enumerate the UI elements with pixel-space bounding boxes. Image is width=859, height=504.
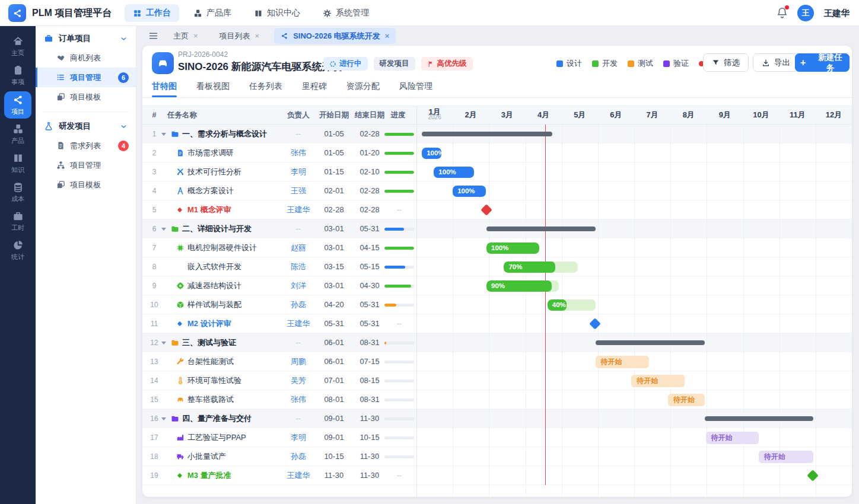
task-row[interactable]: 1一、需求分析与概念设计--01-0502-28 bbox=[142, 125, 852, 143]
task-owner-link[interactable]: 张伟 bbox=[281, 143, 316, 162]
task-owner-link[interactable]: 赵丽 bbox=[281, 238, 316, 257]
task-row[interactable]: 12三、测试与验证--06-0108-31 bbox=[142, 333, 852, 352]
milestone-diamond[interactable] bbox=[589, 318, 601, 330]
milestone-diamond[interactable] bbox=[807, 470, 819, 481]
rail-item-知识[interactable]: 知识 bbox=[2, 149, 33, 178]
export-button[interactable]: 导出 bbox=[753, 53, 799, 72]
menu-section-研发项目[interactable]: 研发项目 bbox=[36, 117, 136, 136]
rail-item-产品[interactable]: 产品 bbox=[2, 120, 33, 149]
task-owner-link[interactable]: 王建华 bbox=[281, 200, 316, 219]
gantt-bar[interactable]: 100% bbox=[486, 243, 539, 254]
view-tab-风险管理[interactable]: 风险管理 bbox=[399, 76, 432, 97]
task-owner-link[interactable]: 王建华 bbox=[281, 314, 316, 333]
task-owner-link[interactable]: 王建华 bbox=[281, 466, 316, 485]
task-owner-link[interactable]: 王强 bbox=[281, 181, 316, 200]
pending-bar[interactable]: 待开始 bbox=[759, 451, 813, 463]
task-owner-link[interactable]: 李明 bbox=[281, 428, 316, 447]
menu-item-项目模板[interactable]: 项目模板 bbox=[36, 175, 136, 194]
menu-item-项目模板[interactable]: 项目模板 bbox=[36, 87, 136, 107]
task-owner-link[interactable]: 刘洋 bbox=[281, 276, 316, 295]
menu-item-需求列表[interactable]: 需求列表4 bbox=[36, 136, 136, 155]
task-row[interactable]: 8undefined嵌入式软件开发陈浩03-1505-1570% bbox=[142, 257, 852, 276]
summary-bar[interactable] bbox=[486, 227, 596, 231]
task-owner-link[interactable]: 孙磊 bbox=[281, 447, 316, 466]
gantt-bar[interactable]: 70% bbox=[504, 261, 577, 273]
task-row[interactable]: 3技术可行性分析李明01-1502-10100% bbox=[142, 162, 852, 181]
page-tab-项目列表[interactable]: 项目列表× bbox=[213, 28, 266, 44]
summary-bar[interactable] bbox=[705, 416, 813, 421]
summary-bar[interactable] bbox=[422, 132, 552, 136]
view-tab-甘特图[interactable]: 甘特图 bbox=[152, 76, 177, 97]
view-tab-任务列表[interactable]: 任务列表 bbox=[249, 76, 282, 97]
task-row[interactable]: 10样件试制与装配孙磊04-2005-3140% bbox=[142, 295, 852, 314]
task-row[interactable]: 4概念方案设计王强02-0102-28100% bbox=[142, 181, 852, 200]
chevron-down-icon[interactable] bbox=[120, 35, 128, 43]
task-row[interactable]: 11M2 设计评审王建华05-3105-31-- bbox=[142, 314, 852, 333]
chevron-down-icon[interactable] bbox=[120, 123, 128, 130]
rail-item-统计[interactable]: 统计 bbox=[2, 236, 33, 265]
view-tab-里程碑[interactable]: 里程碑 bbox=[302, 76, 327, 97]
pending-bar[interactable]: 待开始 bbox=[596, 356, 650, 368]
close-tab-icon[interactable]: × bbox=[255, 32, 260, 40]
task-owner-link[interactable]: 陈浩 bbox=[281, 257, 316, 276]
nav-item-系统管理[interactable]: 系统管理 bbox=[314, 4, 377, 22]
rail-item-工时[interactable]: 工时 bbox=[2, 207, 33, 236]
nav-item-工作台[interactable]: 工作台 bbox=[125, 4, 179, 22]
task-row[interactable]: 14环境可靠性试验吴芳07-0108-15待开始 bbox=[142, 371, 852, 390]
task-owner-link[interactable]: 孙磊 bbox=[281, 295, 316, 314]
filter-button[interactable]: 筛选 bbox=[703, 53, 749, 72]
view-tab-看板视图[interactable]: 看板视图 bbox=[196, 76, 230, 97]
task-owner-link[interactable]: 李明 bbox=[281, 162, 316, 181]
task-row[interactable]: 7电机控制器硬件设计赵丽03-0104-15100% bbox=[142, 238, 852, 257]
app-logo-icon[interactable] bbox=[8, 4, 26, 22]
gantt-bar[interactable]: 100% bbox=[453, 186, 486, 197]
rail-item-项目[interactable]: 项目 bbox=[4, 91, 31, 119]
task-row[interactable]: 15整车搭载路试张伟08-0108-31待开始 bbox=[142, 390, 852, 409]
gantt-bar[interactable]: 100% bbox=[434, 167, 474, 178]
task-row[interactable]: 18小批量试产孙磊10-1511-30待开始 bbox=[142, 447, 852, 466]
task-row[interactable]: 9减速器结构设计刘洋03-0104-3090% bbox=[142, 276, 852, 295]
task-row[interactable]: 6二、详细设计与开发--03-0105-31 bbox=[142, 219, 852, 238]
rail-item-主页[interactable]: 主页 bbox=[2, 32, 33, 61]
task-owner-link[interactable]: 张伟 bbox=[281, 390, 316, 409]
summary-bar[interactable] bbox=[596, 340, 705, 345]
collapse-caret-icon[interactable] bbox=[161, 417, 166, 420]
gantt-bar[interactable]: 90% bbox=[486, 280, 559, 292]
view-tabs: 甘特图看板视图任务列表里程碑资源分配风险管理 bbox=[142, 76, 852, 98]
gantt-bar[interactable]: 100% bbox=[422, 148, 441, 159]
avatar[interactable]: 王 bbox=[797, 5, 814, 21]
menu-item-项目管理[interactable]: 项目管理6 bbox=[36, 68, 136, 87]
rail-item-事项[interactable]: 事项 bbox=[2, 61, 33, 90]
task-row[interactable]: 13台架性能测试周鹏06-0107-15待开始 bbox=[142, 352, 852, 371]
task-row[interactable]: 5M1 概念评审王建华02-2802-28-- bbox=[142, 200, 852, 219]
view-tab-资源分配[interactable]: 资源分配 bbox=[346, 76, 380, 97]
hamburger-menu-icon[interactable] bbox=[148, 31, 158, 41]
close-tab-icon[interactable]: × bbox=[193, 32, 198, 40]
collapse-caret-icon[interactable] bbox=[161, 228, 166, 231]
milestone-diamond[interactable] bbox=[481, 204, 492, 216]
menu-section-订单项目[interactable]: 订单项目 bbox=[36, 29, 136, 48]
close-tab-icon[interactable]: × bbox=[385, 32, 390, 40]
nav-item-产品库[interactable]: 产品库 bbox=[185, 4, 240, 22]
collapse-caret-icon[interactable] bbox=[161, 342, 166, 344]
new-task-button[interactable]: + 新建任务 bbox=[795, 53, 850, 72]
collapse-caret-icon[interactable] bbox=[161, 133, 166, 136]
task-row[interactable]: 2市场需求调研张伟01-0501-20100% bbox=[142, 143, 852, 162]
task-owner-link[interactable]: 吴芳 bbox=[281, 371, 316, 390]
page-tab-SINO-2026 电驱系统开发[interactable]: SINO-2026 电驱系统开发× bbox=[274, 28, 396, 44]
task-row[interactable]: 17工艺验证与PPAP李明09-0110-15待开始 bbox=[142, 428, 852, 447]
menu-item-商机列表[interactable]: 商机列表 bbox=[36, 48, 136, 68]
user-name[interactable]: 王建华 bbox=[824, 0, 850, 26]
pending-bar[interactable]: 待开始 bbox=[668, 394, 705, 406]
task-row[interactable]: 19M3 量产批准王建华11-3011-30-- bbox=[142, 466, 852, 485]
task-owner-link[interactable]: 周鹏 bbox=[281, 352, 316, 371]
nav-item-知识中心[interactable]: 知识中心 bbox=[246, 4, 308, 22]
menu-item-项目管理[interactable]: 项目管理 bbox=[36, 155, 136, 175]
task-row[interactable]: 16四、量产准备与交付--09-0111-30 bbox=[142, 409, 852, 428]
page-tab-主页[interactable]: 主页× bbox=[167, 28, 205, 44]
rail-item-成本[interactable]: 成本 bbox=[2, 178, 33, 207]
notification-bell-icon[interactable] bbox=[776, 7, 789, 20]
pending-bar[interactable]: 待开始 bbox=[706, 432, 759, 444]
gantt-bar[interactable]: 40% bbox=[548, 299, 596, 311]
pending-bar[interactable]: 待开始 bbox=[631, 375, 685, 387]
